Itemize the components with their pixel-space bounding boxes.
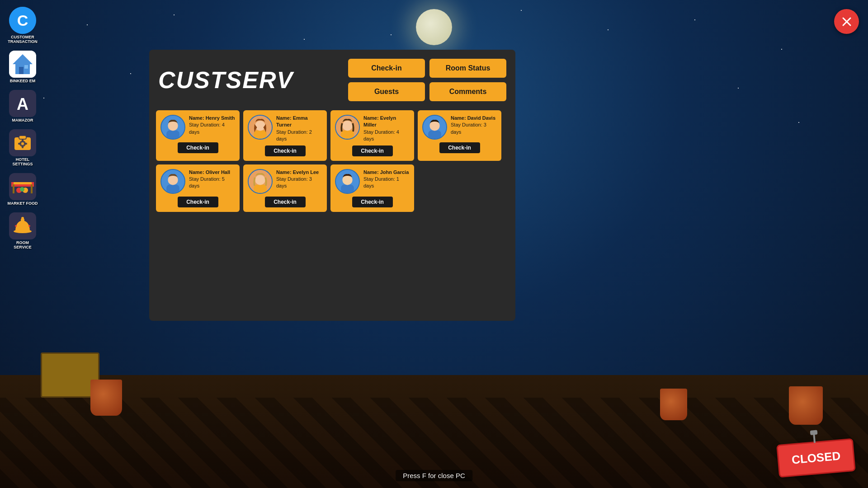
guests-button[interactable]: Guests xyxy=(348,82,425,101)
guest-name-david-davis: Name: David Davis xyxy=(451,115,497,122)
svg-point-12 xyxy=(21,142,24,145)
sidebar-item-room-service[interactable]: ROOMSERVICE xyxy=(3,210,42,252)
svg-rect-22 xyxy=(31,184,33,193)
star xyxy=(608,29,609,30)
svg-point-29 xyxy=(21,217,24,220)
guest-card-evelyn-miller: Name: Evelyn Miller Stay Duration: 4 day… xyxy=(330,110,414,161)
guest-name-evelyn-miller: Name: Evelyn Miller xyxy=(363,115,410,129)
sidebar-item-binkeed-em[interactable]: BINKEED EM xyxy=(3,48,42,85)
svg-rect-20 xyxy=(11,184,34,187)
checkin-button-evelyn-miller[interactable]: Check-in xyxy=(352,145,393,156)
guest-info-evelyn-lee: Name: Evelyn Lee Stay Duration: 3 days xyxy=(276,169,322,190)
guests-row-2: Name: Oliver Hall Stay Duration: 5 days … xyxy=(156,164,509,212)
star xyxy=(738,88,739,89)
guest-avatar-henry-smith xyxy=(160,115,185,140)
svg-rect-45 xyxy=(166,184,179,193)
room-service-icon xyxy=(9,212,36,239)
guest-info-john-garcia: Name: John Garcia Stay Duration: 1 days xyxy=(363,169,410,190)
sidebar: C CUSTOMERTRANSACTION BINKEED EM A MAMAZ… xyxy=(0,0,45,488)
closed-sign: CLOSED xyxy=(778,441,854,474)
checkin-button-emma-turner[interactable]: Check-in xyxy=(265,145,306,156)
svg-rect-42 xyxy=(428,130,441,139)
guest-card-content: Name: John Garcia Stay Duration: 1 days xyxy=(335,169,410,194)
pot-far-right xyxy=(789,386,823,425)
pot-left xyxy=(90,380,122,416)
guest-card-content: Name: Evelyn Lee Stay Duration: 3 days xyxy=(248,169,322,194)
guest-stay-henry-smith: Stay Duration: 4 days xyxy=(189,122,235,136)
svg-point-49 xyxy=(255,175,265,185)
sidebar-item-customer-transaction[interactable]: C CUSTOMERTRANSACTION xyxy=(3,5,42,46)
svg-rect-21 xyxy=(13,184,14,193)
market-food-icon xyxy=(9,173,36,200)
checkin-button-john-garcia[interactable]: Check-in xyxy=(352,197,393,207)
star xyxy=(304,39,305,40)
close-button[interactable] xyxy=(834,9,859,34)
svg-rect-48 xyxy=(254,184,267,193)
svg-text:A: A xyxy=(17,95,28,113)
star xyxy=(130,73,131,74)
svg-rect-16 xyxy=(25,143,27,145)
checkin-button-evelyn-lee[interactable]: Check-in xyxy=(265,197,306,207)
comments-button[interactable]: Comments xyxy=(429,82,506,101)
guest-info-evelyn-miller: Name: Evelyn Miller Stay Duration: 4 day… xyxy=(363,115,410,143)
checkin-button-david-davis[interactable]: Check-in xyxy=(439,142,480,153)
guest-card-john-garcia: Name: John Garcia Stay Duration: 1 days … xyxy=(330,164,414,212)
sidebar-item-mamazor[interactable]: A MAMAZOR xyxy=(3,88,42,125)
guest-stay-emma-turner: Stay Duration: 2 days xyxy=(276,129,322,143)
star xyxy=(781,49,782,50)
svg-point-25 xyxy=(20,187,24,192)
hotel-settings-icon xyxy=(9,129,36,156)
guest-card-henry-smith: Name: Henry Smith Stay Duration: 4 days … xyxy=(156,110,240,161)
guest-avatar-john-garcia xyxy=(335,169,360,194)
svg-point-40 xyxy=(342,121,352,131)
guest-name-john-garcia: Name: John Garcia xyxy=(363,169,410,176)
svg-point-37 xyxy=(255,121,265,131)
sidebar-item-hotel-settings[interactable]: HOTELSETTINGS xyxy=(3,127,42,169)
customer-transaction-icon: C xyxy=(9,7,36,34)
nav-buttons-row-2: Guests Comments xyxy=(348,82,506,101)
guest-info-oliver-hall: Name: Oliver Hall Stay Duration: 5 days xyxy=(189,169,235,190)
panel-nav-buttons: Check-in Room Status Guests Comments xyxy=(348,59,506,101)
guest-card-emma-turner: Name: Emma Turner Stay Duration: 2 days … xyxy=(243,110,327,161)
guest-info-david-davis: Name: David Davis Stay Duration: 3 days xyxy=(451,115,497,136)
star xyxy=(798,122,799,123)
guest-card-oliver-hall: Name: Oliver Hall Stay Duration: 5 days … xyxy=(156,164,240,212)
svg-rect-51 xyxy=(341,184,354,193)
star xyxy=(87,24,88,25)
svg-rect-13 xyxy=(22,139,24,141)
nav-buttons-row-1: Check-in Room Status xyxy=(348,59,506,78)
guests-row-1: Name: Henry Smith Stay Duration: 4 days … xyxy=(156,110,509,161)
guest-card-content: Name: Evelyn Miller Stay Duration: 4 day… xyxy=(335,115,410,143)
svg-rect-10 xyxy=(19,136,26,139)
close-icon xyxy=(841,16,852,27)
svg-rect-14 xyxy=(22,146,24,148)
guest-stay-john-garcia: Stay Duration: 1 days xyxy=(363,176,410,190)
panel-header: CUSTSERV Check-in Room Status Guests Com… xyxy=(149,50,515,106)
main-panel: CUSTSERV Check-in Room Status Guests Com… xyxy=(149,50,515,321)
star xyxy=(694,19,695,20)
checkin-button-oliver-hall[interactable]: Check-in xyxy=(178,197,218,207)
sidebar-label-binkeed-em: BINKEED EM xyxy=(10,79,36,83)
svg-rect-19 xyxy=(14,182,32,184)
mamazor-icon: A xyxy=(9,90,36,117)
svg-rect-39 xyxy=(341,130,354,139)
guest-avatar-oliver-hall xyxy=(160,169,185,194)
check-in-button[interactable]: Check-in xyxy=(348,59,425,78)
guest-card-content: Name: Emma Turner Stay Duration: 2 days xyxy=(248,115,322,143)
star xyxy=(391,34,392,35)
room-status-button[interactable]: Room Status xyxy=(429,59,506,78)
guest-card-content: Name: Henry Smith Stay Duration: 4 days xyxy=(160,115,235,140)
checkin-button-henry-smith[interactable]: Check-in xyxy=(178,142,218,153)
guest-card-evelyn-lee: Name: Evelyn Lee Stay Duration: 3 days C… xyxy=(243,164,327,212)
guest-card-david-davis: Name: David Davis Stay Duration: 3 days … xyxy=(418,110,501,161)
status-bar-text: Press F for close PC xyxy=(403,472,465,479)
guest-stay-oliver-hall: Stay Duration: 5 days xyxy=(189,176,235,190)
guests-cards-area: Name: Henry Smith Stay Duration: 4 days … xyxy=(149,106,515,321)
guest-stay-evelyn-miller: Stay Duration: 4 days xyxy=(363,129,410,143)
guest-stay-evelyn-lee: Stay Duration: 3 days xyxy=(276,176,322,190)
guest-info-emma-turner: Name: Emma Turner Stay Duration: 2 days xyxy=(276,115,322,143)
svg-rect-5 xyxy=(24,65,28,69)
sidebar-item-market-food[interactable]: MARKET FOOD xyxy=(3,171,42,208)
svg-rect-36 xyxy=(254,130,267,139)
star xyxy=(174,14,175,15)
